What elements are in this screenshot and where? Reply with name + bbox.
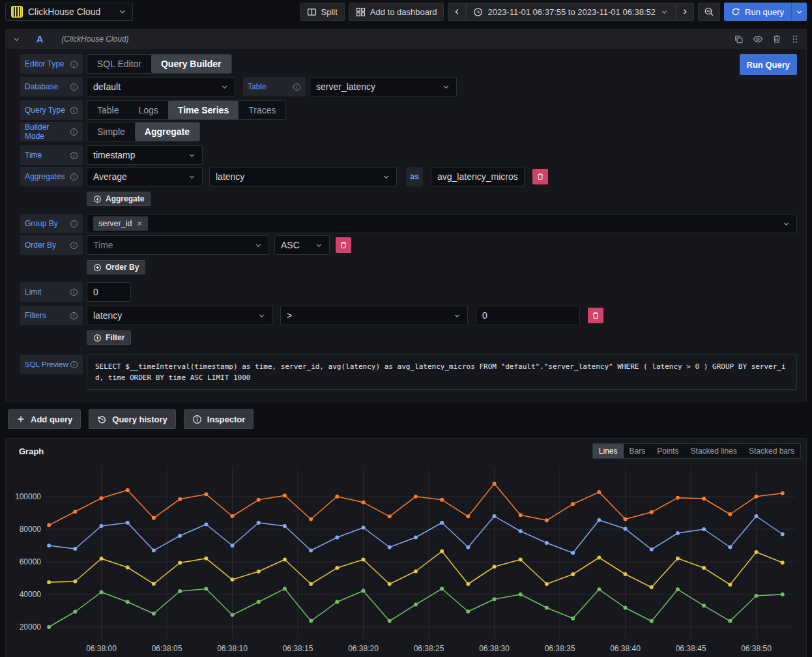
svg-text:06:38:25: 06:38:25 — [414, 644, 444, 653]
time-range-text: 2023-11-01 06:37:55 to 2023-11-01 06:38:… — [487, 7, 656, 17]
chevron-down-icon — [254, 241, 263, 250]
svg-text:20000: 20000 — [20, 622, 42, 632]
info-icon[interactable] — [70, 220, 78, 228]
chevron-down-icon — [660, 8, 669, 16]
graph-style-lines[interactable]: Lines — [593, 444, 624, 458]
query-type-option-traces[interactable]: Traces — [239, 101, 285, 119]
collapse-chevron-icon[interactable] — [12, 35, 21, 44]
plus-icon — [16, 415, 25, 424]
filter-column-select[interactable]: latency — [87, 306, 272, 325]
graph-panel-title: Graph — [11, 446, 44, 456]
filters-label: Filters — [20, 306, 83, 325]
editor-type-label: Editor Type — [20, 54, 83, 74]
run-query-dropdown[interactable] — [791, 3, 807, 21]
order-by-direction-select[interactable]: ASC — [274, 235, 330, 255]
builder-mode-option-simple[interactable]: Simple — [87, 123, 135, 141]
database-select[interactable]: default — [87, 77, 235, 96]
info-icon[interactable] — [70, 128, 78, 136]
aggregates-label: Aggregates — [20, 167, 83, 186]
aggregate-column-select[interactable]: latency — [209, 167, 397, 186]
drag-handle-icon[interactable] — [790, 35, 800, 44]
table-select[interactable]: server_latency — [310, 77, 457, 96]
limit-label: Limit — [20, 282, 83, 302]
info-icon[interactable] — [70, 288, 78, 297]
info-icon[interactable] — [70, 60, 78, 68]
query-type-option-table[interactable]: Table — [87, 101, 128, 119]
add-order-by-button[interactable]: Order By — [87, 260, 145, 274]
info-icon[interactable] — [293, 83, 301, 91]
group-by-chip-server-id[interactable]: server_id✕ — [93, 216, 148, 231]
info-icon[interactable] — [70, 106, 78, 115]
add-to-dashboard-button[interactable]: Add to dashboard — [349, 3, 444, 21]
add-aggregate-button[interactable]: Aggregate — [87, 192, 151, 206]
time-shift-back-button[interactable] — [448, 3, 466, 21]
group-by-label: Group By — [20, 214, 83, 233]
duplicate-query-icon[interactable] — [734, 35, 744, 44]
info-icon[interactable] — [70, 173, 78, 181]
info-icon[interactable] — [70, 360, 78, 369]
query-type-option-logs[interactable]: Logs — [128, 101, 167, 119]
plus-circle-icon — [93, 263, 102, 272]
inspector-button[interactable]: Inspector — [184, 409, 254, 429]
limit-field[interactable] — [87, 282, 131, 302]
datasource-picker[interactable]: ClickHouse Cloud — [5, 3, 133, 21]
builder-mode-option-aggregate[interactable]: Aggregate — [135, 123, 199, 141]
query-ref-id[interactable]: A — [36, 34, 43, 44]
query-builder-form: Editor Type SQL Editor Query Builder Run… — [6, 49, 806, 401]
svg-text:80000: 80000 — [20, 525, 42, 534]
info-icon[interactable] — [70, 312, 78, 320]
zoom-out-button[interactable] — [698, 3, 720, 21]
svg-text:06:38:05: 06:38:05 — [152, 644, 182, 653]
info-icon[interactable] — [70, 151, 78, 160]
order-by-label: Order By — [20, 235, 83, 255]
svg-text:06:38:50: 06:38:50 — [741, 644, 772, 653]
group-by-multiselect[interactable]: server_id✕ — [87, 214, 797, 233]
graph-style-stacked-bars[interactable]: Stacked bars — [743, 444, 800, 458]
time-column-select[interactable]: timestamp — [87, 145, 203, 165]
plus-circle-icon — [93, 195, 102, 203]
order-by-column-select[interactable]: Time — [87, 235, 269, 255]
graph-style-bars[interactable]: Bars — [624, 444, 652, 458]
graph-style-stacked-lines[interactable]: Stacked lines — [685, 444, 743, 458]
chevron-down-icon — [442, 83, 450, 91]
aggregate-function-select[interactable]: Average — [87, 167, 203, 186]
remove-chip-icon[interactable]: ✕ — [136, 220, 142, 228]
info-icon[interactable] — [70, 241, 78, 250]
editor-type-option-builder[interactable]: Query Builder — [151, 55, 231, 73]
aggregate-alias-field[interactable] — [431, 167, 525, 186]
chevron-down-icon — [782, 220, 790, 228]
remove-order-by-button[interactable] — [336, 237, 351, 253]
time-column-label: Time — [20, 145, 83, 165]
svg-text:06:38:20: 06:38:20 — [348, 644, 379, 653]
info-icon[interactable] — [70, 83, 78, 91]
builder-mode-toggle: Simple Aggregate — [87, 122, 200, 141]
zoom-out-icon — [704, 7, 714, 17]
chevron-down-icon — [315, 241, 323, 250]
graph-style-points[interactable]: Points — [651, 444, 684, 458]
chevron-down-icon — [453, 312, 461, 320]
add-query-button[interactable]: Add query — [8, 409, 81, 429]
svg-text:06:38:45: 06:38:45 — [676, 644, 706, 653]
refresh-icon — [731, 7, 740, 16]
add-filter-button[interactable]: Filter — [87, 330, 131, 345]
remove-aggregate-button[interactable] — [532, 169, 548, 184]
plus-circle-icon — [93, 334, 102, 342]
database-label: Database — [20, 77, 83, 96]
svg-text:06:38:30: 06:38:30 — [479, 644, 510, 653]
run-query-panel-button[interactable]: Run Query — [740, 54, 797, 75]
explore-toolbar: ClickHouse Cloud Split Add to dashboard — [0, 0, 812, 23]
remove-filter-button[interactable] — [588, 308, 603, 323]
latency-time-series-chart[interactable]: 2000040000600008000010000006:38:0006:38:… — [11, 464, 802, 657]
run-query-button[interactable]: Run query — [724, 3, 791, 21]
disable-query-eye-icon[interactable] — [753, 34, 763, 44]
filter-value-field[interactable] — [476, 306, 580, 325]
query-type-option-timeseries[interactable]: Time Series — [168, 101, 239, 119]
time-shift-forward-button[interactable] — [676, 3, 694, 21]
query-history-button[interactable]: Query history — [89, 409, 176, 429]
editor-type-option-sql[interactable]: SQL Editor — [87, 55, 151, 73]
remove-query-trash-icon[interactable] — [772, 35, 781, 44]
builder-mode-label: Builder Mode — [20, 122, 83, 141]
split-button[interactable]: Split — [300, 3, 345, 21]
time-range-button[interactable]: 2023-11-01 06:37:55 to 2023-11-01 06:38:… — [466, 3, 676, 21]
filter-operator-select[interactable]: > — [280, 306, 468, 325]
